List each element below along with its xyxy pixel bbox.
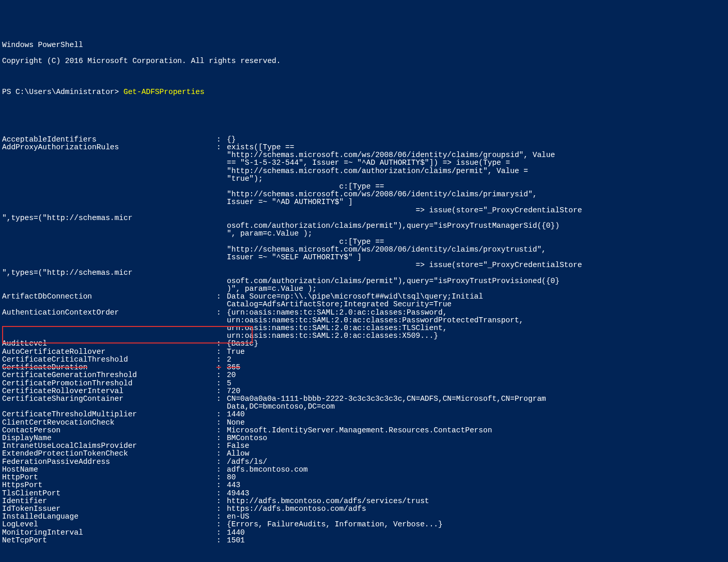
property-value: 1440 bbox=[227, 411, 726, 418]
property-colon: : bbox=[216, 442, 227, 450]
property-value: 80 bbox=[227, 474, 726, 481]
prompt-command: Get-ADFSProperties bbox=[123, 88, 205, 96]
property-value: => issue(store="_ProxyCredentialStore bbox=[227, 261, 726, 269]
property-colon bbox=[216, 269, 227, 277]
property-row: urn:oasis:names:tc:SAML:2.0:ac:classes:X… bbox=[2, 332, 726, 340]
property-value: Data,DC=bmcontoso,DC=com bbox=[227, 403, 726, 411]
property-value: "http://schemas.microsoft.com/ws/2008/06… bbox=[227, 191, 726, 198]
property-row: ContactPerson:Microsoft.IdentityServer.M… bbox=[2, 427, 726, 434]
property-value: urn:oasis:names:tc:SAML:2.0:ac:classes:X… bbox=[227, 332, 726, 340]
property-key: CertificateThresholdMultiplier bbox=[2, 411, 216, 418]
property-key: ArtifactDbConnection bbox=[2, 293, 216, 301]
prompt-line[interactable]: PS C:\Users\Administrator> Get-ADFSPrope… bbox=[2, 88, 726, 96]
property-value bbox=[227, 269, 726, 277]
property-row: FederationPassiveAddress:/adfs/ls/ bbox=[2, 458, 726, 466]
property-row: HttpPort:80 bbox=[2, 474, 726, 481]
property-key: ClientCertRevocationCheck bbox=[2, 419, 216, 427]
property-value: 443 bbox=[227, 481, 726, 489]
property-key: CertificateRolloverInterval bbox=[2, 387, 216, 395]
property-colon: : bbox=[216, 513, 227, 521]
property-row: Catalog=AdfsArtifactStore;Integrated Sec… bbox=[2, 301, 726, 308]
property-colon: : bbox=[216, 348, 227, 356]
property-key bbox=[2, 403, 216, 411]
property-colon bbox=[216, 261, 227, 269]
property-colon bbox=[216, 301, 227, 308]
property-row: CertificateCriticalThreshold:2 bbox=[2, 356, 726, 364]
blank-line bbox=[2, 104, 726, 112]
property-row: "http://schemas.microsoft.com/authorizat… bbox=[2, 167, 726, 175]
property-key: HostName bbox=[2, 466, 216, 474]
property-value: 365 bbox=[227, 364, 726, 371]
blank-line bbox=[2, 120, 726, 128]
property-row: TlsClientPort:49443 bbox=[2, 490, 726, 497]
property-key: ",types=("http://schemas.micr bbox=[2, 269, 216, 277]
property-value: 1501 bbox=[227, 537, 726, 544]
property-key: AuditLevel bbox=[2, 340, 216, 348]
property-value: Data Source=np:\\.\pipe\microsoft##wid\t… bbox=[227, 293, 726, 301]
property-key: TlsClientPort bbox=[2, 490, 216, 497]
property-value: == "S-1-5-32-544", Issuer =~ "^AD AUTHOR… bbox=[227, 159, 726, 167]
property-value: osoft.com/authorization/claims/permit"),… bbox=[227, 222, 726, 230]
property-colon: : bbox=[216, 136, 227, 144]
property-colon bbox=[216, 183, 227, 191]
property-key bbox=[2, 238, 216, 246]
property-colon: : bbox=[216, 293, 227, 301]
property-row: ", param=c.Value ); bbox=[2, 230, 726, 238]
property-key: AutoCertificateRollover bbox=[2, 348, 216, 356]
property-value bbox=[227, 214, 726, 222]
property-row: CertificateSharingContainer:CN=0a0a0a0a-… bbox=[2, 395, 726, 403]
property-row: IntranetUseLocalClaimsProvider:False bbox=[2, 442, 726, 450]
property-row: "http://schemas.microsoft.com/ws/2008/06… bbox=[2, 191, 726, 198]
property-key bbox=[2, 301, 216, 308]
property-value: {urn:oasis:names:tc:SAML:2.0:ac:classes:… bbox=[227, 309, 726, 317]
property-key: CertificateCriticalThreshold bbox=[2, 356, 216, 364]
property-key: MonitoringInterval bbox=[2, 529, 216, 537]
property-row: HostName:adfs.bmcontoso.com bbox=[2, 466, 726, 474]
property-colon bbox=[216, 159, 227, 167]
property-row: ClientCertRevocationCheck:None bbox=[2, 419, 726, 427]
property-value: osoft.com/authorization/claims/permit"),… bbox=[227, 277, 726, 285]
property-row: )", param=c.Value ); bbox=[2, 285, 726, 293]
property-row: ",types=("http://schemas.micr bbox=[2, 269, 726, 277]
property-colon bbox=[216, 230, 227, 238]
property-value: {Errors, FailureAudits, Information, Ver… bbox=[227, 521, 726, 528]
property-row: NetTcpPort:1501 bbox=[2, 537, 726, 544]
property-value: 2 bbox=[227, 356, 726, 364]
property-row: CertificateRolloverInterval:720 bbox=[2, 387, 726, 395]
property-key: IdTokenIssuer bbox=[2, 505, 216, 513]
property-row: AutoCertificateRollover:True bbox=[2, 348, 726, 356]
property-row: ExtendedProtectionTokenCheck:Allow bbox=[2, 450, 726, 458]
property-key: Identifier bbox=[2, 497, 216, 505]
property-row: == "S-1-5-32-544", Issuer =~ "^AD AUTHOR… bbox=[2, 159, 726, 167]
property-key bbox=[2, 230, 216, 238]
property-key: ExtendedProtectionTokenCheck bbox=[2, 450, 216, 458]
property-colon: : bbox=[216, 529, 227, 537]
property-value: Catalog=AdfsArtifactStore;Integrated Sec… bbox=[227, 301, 726, 308]
property-key: CertificateDuration bbox=[2, 364, 216, 371]
property-colon bbox=[216, 317, 227, 324]
property-value: False bbox=[227, 442, 726, 450]
property-key bbox=[2, 222, 216, 230]
property-colon bbox=[216, 198, 227, 206]
property-colon: : bbox=[216, 521, 227, 528]
property-value: ", param=c.Value ); bbox=[227, 230, 726, 238]
property-row: "true"); bbox=[2, 175, 726, 183]
property-key bbox=[2, 175, 216, 183]
prompt-prefix: PS C:\Users\Administrator> bbox=[2, 88, 123, 96]
property-row: c:[Type == bbox=[2, 183, 726, 191]
property-colon bbox=[216, 324, 227, 332]
property-colon: : bbox=[216, 434, 227, 442]
property-value: CN=0a0a0a0a-1111-bbbb-2222-3c3c3c3c3c3c,… bbox=[227, 395, 726, 403]
property-value: "true"); bbox=[227, 175, 726, 183]
property-value: {} bbox=[227, 136, 726, 144]
property-key bbox=[2, 317, 216, 324]
terminal-container: { "header": { "title": "Windows PowerShe… bbox=[2, 10, 726, 560]
property-value: 49443 bbox=[227, 490, 726, 497]
property-value: {Basic} bbox=[227, 340, 726, 348]
property-row: => issue(store="_ProxyCredentialStore bbox=[2, 207, 726, 214]
property-colon bbox=[216, 246, 227, 254]
property-key: DisplayName bbox=[2, 434, 216, 442]
property-row: urn:oasis:names:tc:SAML:2.0:ac:classes:P… bbox=[2, 317, 726, 324]
property-value: None bbox=[227, 419, 726, 427]
property-value: en-US bbox=[227, 513, 726, 521]
